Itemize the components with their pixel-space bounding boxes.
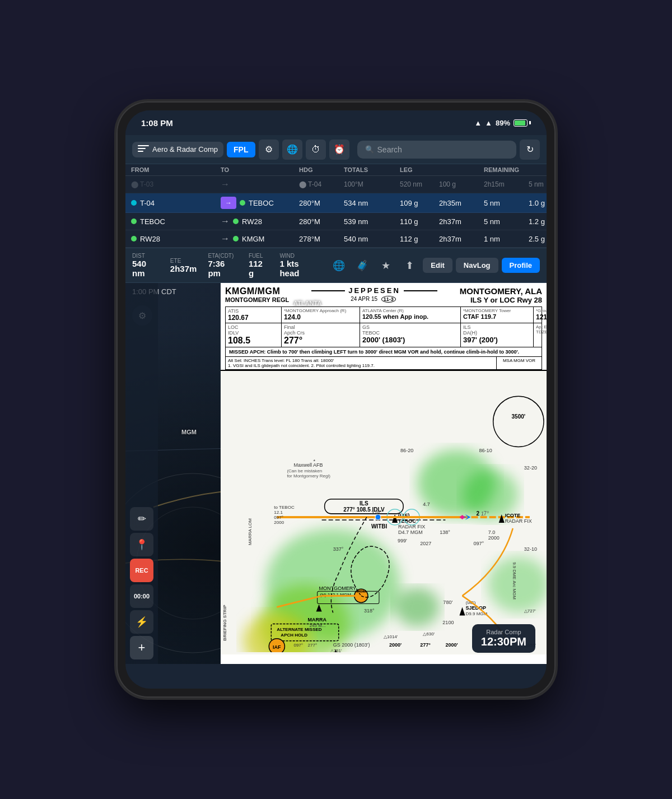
svg-text:△1014': △1014' [384, 634, 398, 639]
nav-loc-val: 108.5 [228, 336, 279, 346]
globe-icon: 🌐 [287, 144, 298, 155]
header-leg: LEG [400, 166, 439, 173]
chart-plate-num: 11-3 [381, 296, 396, 303]
logo-line-3 [138, 151, 143, 152]
battery-fill [515, 120, 525, 126]
pin-tool[interactable]: 📍 [130, 533, 153, 556]
globe-action-icon[interactable]: 🌐 [329, 256, 349, 276]
waypoint-dot [131, 200, 137, 206]
to-waypoint-rw28: RW28 [233, 217, 262, 226]
leg-dist: 5 nm [484, 217, 529, 226]
nav-gs-val: 2000' (1803') [362, 336, 458, 344]
refresh-icon: ↻ [526, 144, 534, 155]
atlanta-label: ATLANTA [293, 300, 321, 306]
table-row-t04-teboc[interactable]: T-04 → TEBOC 280°M 534 nm 109 g 2h35m 5 … [125, 193, 547, 213]
dist-summary: Dist 540 nm [132, 253, 159, 278]
table-row-teboc-rw28[interactable]: TEBOC → RW28 280°M 539 nm 110 g 2h37m 5 … [125, 213, 547, 230]
mgm-label: MGM [181, 429, 197, 435]
table-row-hidden[interactable]: ⬤ T-03 → ⬤ T-04 100°M 520 nm 100 g 2h15m… [125, 176, 547, 193]
profile-button[interactable]: Profile [502, 258, 540, 273]
chart-approach-name: MONTGOMERY, ALA [460, 286, 542, 296]
share-icon[interactable]: ⬆ [399, 256, 419, 276]
from-label: TEBOC [140, 217, 165, 226]
fpl-button[interactable]: FPL [227, 142, 255, 157]
svg-text:097°: 097° [274, 515, 283, 520]
hidden-row-to: ⬤ T-04 [299, 180, 344, 188]
route-tool[interactable]: ⚡ [130, 610, 153, 634]
svg-text:780': 780' [443, 600, 452, 605]
svg-text:APCH HOLD: APCH HOLD [281, 633, 307, 638]
chart-approach-type: ILS Y or LOC Rwy 28 [460, 296, 542, 304]
missed-apch-text: MISSED APCH: Climb to 700' then climbing… [229, 349, 519, 355]
wind-value: 1 kts head [279, 259, 318, 278]
svg-text:for Montgomery Regl): for Montgomery Regl) [287, 473, 330, 479]
edit-button[interactable]: Edit [423, 258, 452, 273]
from-label: RW28 [140, 235, 160, 243]
gear-button[interactable]: ⚙ [259, 140, 279, 160]
chart-airport-name: MONTGOMERY REGL [225, 296, 289, 303]
svg-text:RADAR FIX: RADAR FIX [505, 518, 532, 524]
search-icon: 🔍 [365, 145, 374, 154]
svg-text:2027: 2027 [420, 541, 431, 546]
to-waypoint-teboc: TEBOC [240, 199, 274, 207]
flight-summary-bar: Dist 540 nm ETE 2h37m ETA(CDT) 7:36 pm F… [125, 248, 547, 283]
eta-summary: ETA(CDT) 7:36 pm [208, 253, 237, 278]
freq-tower-label: *MONTGOMERY Tower [463, 308, 531, 313]
ete-val: 2h37m [439, 217, 484, 226]
timer-button[interactable]: ⏱ [306, 140, 326, 160]
wind-label: Wind [279, 253, 318, 259]
pin-icon: 📍 [136, 538, 148, 551]
freq-tower-val: CTAF 119.7 [463, 313, 531, 320]
ete-value: 2h37m [170, 264, 197, 273]
navlog-button[interactable]: NavLog [456, 258, 498, 273]
app-logo[interactable]: Aero & Radar Comp [132, 142, 223, 157]
plus-icon: + [138, 640, 146, 655]
table-row-rw28-kmgm[interactable]: RW28 → KMGM 278°M 540 nm 112 g 2h37m 1 n… [125, 230, 547, 248]
add-tool[interactable]: + [130, 636, 153, 659]
nav-loc-label: LOCIDLV [228, 324, 279, 336]
search-bar[interactable]: 🔍 [357, 141, 516, 159]
to-label: KMGM [242, 235, 264, 243]
header-spacer [439, 166, 484, 173]
svg-marker-28 [392, 514, 398, 523]
record-button[interactable]: REC [130, 559, 153, 582]
waypoint-dot-teboc2 [131, 219, 137, 224]
timer-icon: ⏱ [311, 145, 320, 155]
eta-value: 7:36 pm [208, 259, 237, 278]
svg-text:2000': 2000' [389, 642, 402, 648]
nav-apch-val: 277° [284, 336, 357, 346]
star-icon[interactable]: ★ [376, 256, 396, 276]
chart-airport-id: KMGM/MGM [225, 286, 289, 296]
pen-tool[interactable]: ✏ [130, 507, 153, 531]
battery-tip [529, 121, 531, 124]
radar-comp-time: 12:30PM [481, 635, 526, 648]
waypoint-atlanta: ATLANTA [293, 300, 321, 306]
header-remaining: REMAINING [484, 166, 529, 173]
status-time: 1:08 PM [141, 118, 173, 128]
to-label: TEBOC [249, 199, 274, 207]
luggage-icon[interactable]: 🧳 [352, 256, 372, 276]
search-input[interactable] [377, 145, 508, 154]
svg-text:86-20: 86-20 [400, 448, 413, 453]
plain-arrow-icon2: → [221, 234, 230, 244]
signal-icon: ▲ [485, 119, 492, 127]
globe-button[interactable]: 🌐 [282, 140, 302, 160]
map-area[interactable]: 1:00 PM CDT ⚙ KMGM/MGM MONTGOMERY REGL [125, 283, 547, 664]
hdg-val: 280°M [299, 217, 344, 226]
svg-text:BRIEFING STRIP: BRIEFING STRIP [222, 605, 227, 641]
header-hdg: HDG [299, 166, 344, 173]
svg-text:MARRA: MARRA [308, 617, 327, 623]
logo-line-1 [138, 145, 149, 146]
ete-val: 2h37m [439, 235, 484, 243]
refresh-button[interactable]: ↻ [520, 140, 540, 160]
freq-atis-label: ATIS [228, 308, 279, 314]
radar-timestamp-badge: Radar Comp 12:30PM [472, 624, 535, 653]
alarm-button[interactable]: ⏰ [329, 140, 349, 160]
freq-ground-label: *Ground [536, 308, 547, 313]
svg-text:△630': △630' [423, 631, 435, 637]
leg-fuel: 1.2 g [529, 217, 547, 226]
msa-label: MSA MGM VOR [497, 357, 542, 369]
svg-text:2: 2 [477, 510, 480, 517]
freq-center-label: ATLANTA Center (R) [362, 308, 458, 313]
dist-val: 539 nm [344, 217, 400, 226]
